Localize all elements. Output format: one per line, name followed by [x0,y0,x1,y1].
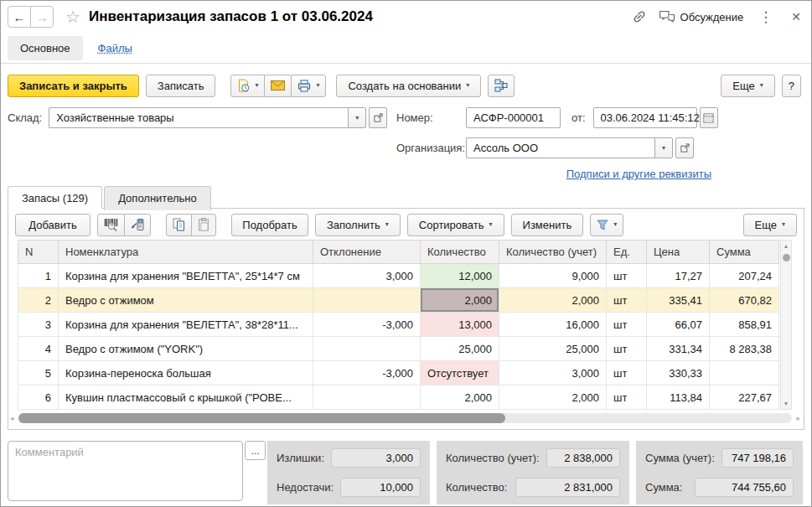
cell-nomenclature[interactable]: Ведро с отжимом [59,288,313,313]
filter-button[interactable]: ▾ [590,214,623,236]
comment-input[interactable] [8,441,243,501]
discussion-button[interactable]: Обсуждение [659,10,744,23]
cell-qty[interactable]: Отсутствует [421,361,499,385]
scroll-up-icon[interactable]: ▲ [784,243,789,249]
cell-nomenclature[interactable]: Корзина-переноска большая [59,361,313,385]
cell-sum[interactable]: 227,67 [710,385,779,410]
vertical-scrollbar[interactable]: ▲ ▼ [780,240,792,410]
column-header-qty-acc[interactable]: Количество (учет) [499,241,607,264]
cell-sum[interactable] [710,361,779,385]
cell-deviation[interactable] [313,337,421,361]
cell-sum[interactable]: 670,82 [710,288,779,313]
column-header-deviation[interactable]: Отклонение [313,241,421,264]
link-icon[interactable] [632,9,647,24]
warehouse-open-button[interactable] [369,107,387,128]
copy-rows-button[interactable] [166,214,192,236]
table-row[interactable]: 6 Кувшин пластмассовый с крышкой ("РОВЕ.… [18,385,779,410]
save-and-close-button[interactable]: Записать и закрыть [8,75,139,97]
tab-additional[interactable]: Дополнительно [104,186,211,210]
warehouse-input[interactable]: Хозяйственные товары [49,107,348,128]
sort-button[interactable]: Сортировать ▾ [407,214,504,236]
cell-unit[interactable]: шт [607,337,647,361]
table-row[interactable]: 3 Корзина для хранения "ВЕЛЕТТА", 38*28*… [18,313,779,337]
nav-item-main[interactable]: Основное [8,36,83,60]
more-button[interactable]: Еще ▾ [721,75,774,97]
data-terminal-button[interactable] [124,214,151,236]
scroll-right-icon[interactable]: ▸ [796,413,800,423]
cell-n[interactable]: 3 [18,313,59,337]
table-row[interactable]: 1 Корзина для хранения "ВЕЛЕТТА", 25*14*… [18,264,779,288]
column-header-n[interactable]: N [18,241,59,264]
table-row[interactable]: 4 Ведро с отжимом ("YORK") 25,000 25,000… [18,337,779,361]
column-header-nomenclature[interactable]: Номенклатура [59,241,313,264]
warehouse-dropdown-button[interactable]: ▾ [348,107,366,128]
cell-unit[interactable]: шт [607,288,647,313]
pick-items-button[interactable]: Подобрать [231,214,308,236]
cell-nomenclature[interactable]: Корзина для хранения "ВЕЛЕТТА", 25*14*7 … [59,264,313,288]
cell-deviation[interactable]: -3,000 [313,361,421,385]
cell-deviation[interactable] [313,385,421,410]
signatures-details-link[interactable]: Подписи и другие реквизиты [566,168,711,180]
vertical-scroll-thumb[interactable] [783,254,790,261]
cell-qty[interactable]: 13,000 [421,313,499,337]
cell-sum[interactable]: 207,24 [710,264,779,288]
cell-deviation[interactable]: -3,000 [313,313,421,337]
barcode-scan-button[interactable] [97,214,125,236]
column-header-qty[interactable]: Количество [421,241,499,264]
cell-price[interactable]: 113,84 [647,385,710,410]
horizontal-scrollbar[interactable]: ◂ ▸ [18,413,792,423]
close-icon[interactable]: ✕ [791,10,801,23]
table-row[interactable]: 5 Корзина-переноска большая -3,000 Отсут… [18,361,779,385]
cell-n[interactable]: 5 [18,361,59,385]
cell-unit[interactable]: шт [607,361,647,385]
add-row-button[interactable]: Добавить [15,214,91,236]
organization-open-button[interactable] [675,137,694,158]
kebab-menu-icon[interactable]: ⋮ [755,8,776,26]
selected-cell-qty[interactable]: 2,000 [421,288,499,313]
cell-qty[interactable]: 2,000 [421,385,499,410]
fill-button[interactable]: Заполнить ▾ [315,214,401,236]
comment-expand-button[interactable]: ... [245,441,266,460]
back-button[interactable]: ← [8,6,31,28]
cell-deviation[interactable]: 3,000 [313,264,421,288]
cell-n[interactable]: 1 [18,264,59,288]
organization-dropdown-button[interactable]: ▾ [654,137,673,158]
paste-rows-button[interactable] [191,214,216,236]
scroll-left-icon[interactable]: ◂ [10,413,14,423]
cell-unit[interactable]: шт [607,264,647,288]
cell-n[interactable]: 6 [18,385,59,410]
column-header-sum[interactable]: Сумма [710,241,779,264]
cell-qty-acc[interactable]: 2,000 [499,288,607,313]
cell-nomenclature[interactable]: Корзина для хранения "ВЕЛЕТТА", 38*28*11… [59,313,313,337]
table-more-button[interactable]: Еще ▾ [743,214,797,236]
cell-unit[interactable]: шт [607,313,647,337]
cell-unit[interactable]: шт [607,385,647,410]
related-documents-button[interactable] [488,75,515,97]
column-header-price[interactable]: Цена [647,241,710,264]
table-row-current[interactable]: 2 Ведро с отжимом 2,000 2,000 шт 335,41 … [18,288,779,313]
column-header-unit[interactable]: Ед. [607,241,647,264]
send-email-button[interactable] [264,75,292,97]
cell-n[interactable]: 2 [18,288,59,313]
edit-row-button[interactable]: Изменить [511,214,584,236]
tab-stocks[interactable]: Запасы (129) [8,186,102,209]
create-based-on-button[interactable]: Создать на основании ▾ [336,75,481,97]
cell-nomenclature[interactable]: Ведро с отжимом ("YORK") [59,337,313,361]
cell-n[interactable]: 4 [18,337,59,361]
cell-price[interactable]: 66,07 [647,313,710,337]
cell-price[interactable]: 17,27 [647,264,710,288]
cell-price[interactable]: 335,41 [647,288,710,313]
cell-qty-acc[interactable]: 2,000 [499,385,607,410]
organization-input[interactable]: Ассоль ООО [466,137,654,158]
cell-qty[interactable]: 25,000 [421,337,499,361]
cell-price[interactable]: 330,33 [647,361,710,385]
cell-qty-acc[interactable]: 16,000 [499,313,607,337]
nav-link-files[interactable]: Файлы [98,42,132,54]
number-input[interactable]: АСФР-000001 [466,107,561,128]
cell-qty-acc[interactable]: 25,000 [499,337,607,361]
date-input[interactable]: 03.06.2024 11:45:12 [593,107,697,128]
help-button[interactable]: ? [782,75,801,97]
horizontal-scroll-thumb[interactable] [18,413,505,423]
cell-sum[interactable]: 8 283,38 [710,337,779,361]
cell-nomenclature[interactable]: Кувшин пластмассовый с крышкой ("РОВЕ... [59,385,313,410]
